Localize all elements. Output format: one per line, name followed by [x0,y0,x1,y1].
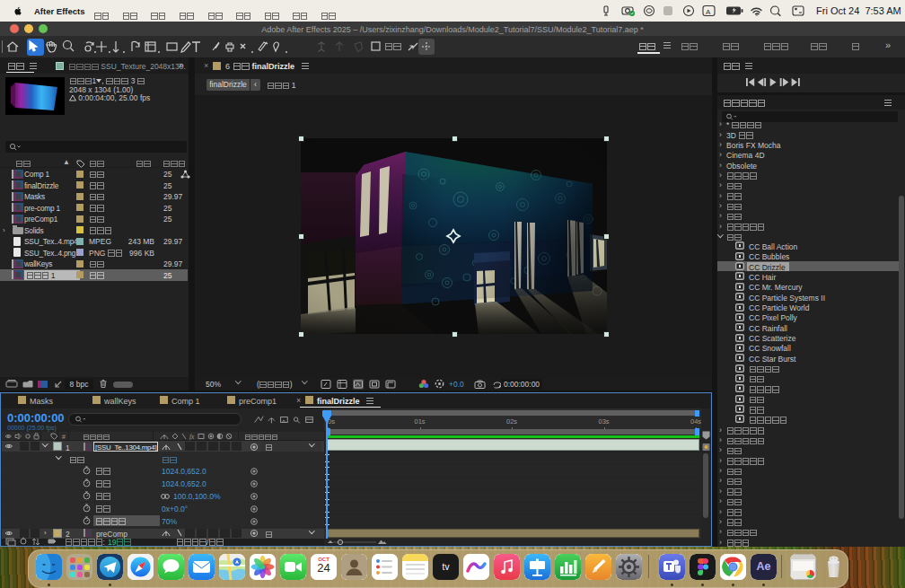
svg-text:fx: fx [189,433,195,440]
svg-text:#: # [62,434,66,440]
svg-text:A: A [706,8,711,16]
